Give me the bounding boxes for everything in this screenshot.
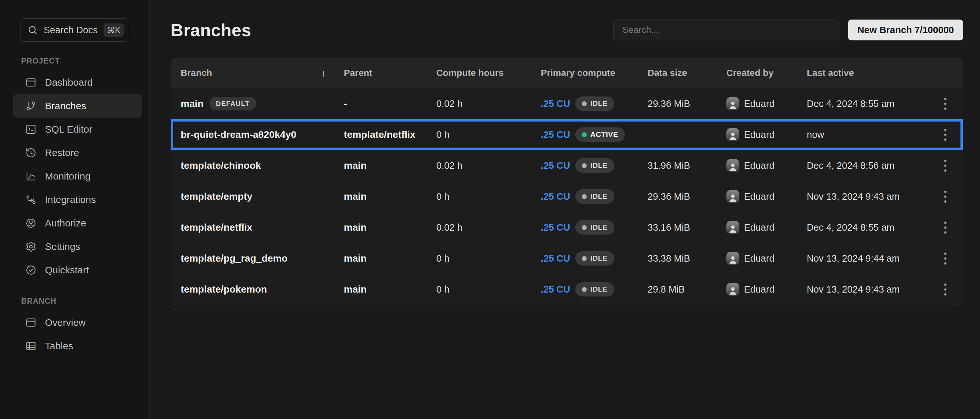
branch-name: template/netflix: [181, 222, 252, 233]
compute-hours: 0 h: [436, 284, 541, 295]
sidebar-item-overview[interactable]: Overview: [13, 311, 142, 334]
row-menu-button[interactable]: [936, 156, 955, 175]
branch-name: br-quiet-dream-a820k4y0: [181, 129, 296, 140]
row-menu-button[interactable]: [936, 94, 955, 113]
column-header-branch[interactable]: Branch ↑: [181, 67, 344, 78]
status-dot: [582, 225, 587, 230]
compute-hours: 0 h: [436, 129, 541, 140]
row-menu-button[interactable]: [936, 187, 955, 206]
sidebar-item-quickstart[interactable]: Quickstart: [13, 258, 142, 282]
created-by-name: Eduard: [744, 284, 775, 295]
compute-hours: 0.02 h: [436, 99, 541, 109]
created-by-name: Eduard: [744, 160, 775, 171]
sidebar-item-authorize[interactable]: Authorize: [13, 212, 142, 235]
status-dot: [582, 101, 587, 106]
compute-hours: 0 h: [436, 253, 541, 264]
row-menu-button[interactable]: [936, 218, 955, 237]
avatar: [726, 221, 740, 234]
table-row[interactable]: br-quiet-dream-a820k4y0 template/netflix…: [171, 119, 963, 150]
data-size: 29.36 MiB: [648, 191, 726, 202]
status-badge: IDLE: [575, 189, 614, 204]
parent-branch: main: [344, 191, 436, 202]
status-dot: [582, 287, 587, 292]
last-active: Dec 4, 2024 8:55 am: [807, 99, 928, 109]
sort-ascending-icon[interactable]: ↑: [321, 67, 326, 78]
column-header-data-size[interactable]: Data size: [648, 68, 726, 78]
status-badge: IDLE: [575, 251, 614, 266]
created-by-name: Eduard: [744, 222, 775, 233]
compute-size-link[interactable]: .25 CU: [541, 191, 570, 202]
sidebar-item-integrations[interactable]: Integrations: [13, 188, 142, 212]
row-menu-button[interactable]: [936, 280, 955, 298]
sidebar: Search Docs ⌘K PROJECT Dashboard Branche…: [0, 0, 150, 419]
table-row[interactable]: template/pokemon main 0 h .25 CU IDLE 29…: [171, 274, 963, 304]
parent-branch: main: [344, 222, 436, 233]
sidebar-item-settings[interactable]: Settings: [13, 235, 142, 258]
nav-section: BRANCH Overview Tables: [13, 297, 142, 358]
sidebar-item-sql-editor[interactable]: SQL Editor: [13, 118, 142, 141]
column-header-created-by[interactable]: Created by: [726, 68, 807, 78]
dashboard-icon: [25, 77, 37, 88]
nav-section-label: BRANCH: [21, 297, 142, 306]
restore-icon: [25, 147, 37, 158]
parent-branch: main: [344, 284, 436, 295]
default-badge: DEFAULT: [209, 97, 256, 110]
table-row[interactable]: template/netflix main 0.02 h .25 CU IDLE…: [171, 212, 963, 243]
compute-size-link[interactable]: .25 CU: [541, 222, 570, 233]
new-branch-button[interactable]: New Branch 7/100000: [848, 19, 963, 40]
compute-size-link[interactable]: .25 CU: [541, 160, 570, 171]
sidebar-item-tables[interactable]: Tables: [13, 334, 142, 358]
sidebar-item-branches[interactable]: Branches: [13, 94, 142, 118]
compute-size-link[interactable]: .25 CU: [541, 284, 570, 295]
data-size: 29.36 MiB: [648, 99, 726, 109]
column-header-last-active[interactable]: Last active: [807, 68, 928, 78]
status-label: IDLE: [590, 223, 608, 232]
status-label: ACTIVE: [590, 130, 618, 139]
created-by-name: Eduard: [744, 253, 775, 264]
status-label: IDLE: [590, 285, 608, 293]
sql-editor-icon: [25, 124, 37, 135]
search-docs-button[interactable]: Search Docs ⌘K: [21, 18, 128, 42]
table-body: main DEFAULT - 0.02 h .25 CU IDLE 29.36 …: [171, 88, 963, 304]
branch-name: main: [181, 98, 204, 109]
page-header: Branches New Branch 7/100000: [170, 19, 963, 40]
data-size: 33.16 MiB: [648, 222, 726, 233]
column-header-compute-hours[interactable]: Compute hours: [436, 68, 541, 78]
branch-name: template/chinook: [181, 160, 261, 171]
sidebar-item-dashboard[interactable]: Dashboard: [13, 71, 142, 94]
sidebar-item-restore[interactable]: Restore: [13, 141, 142, 164]
authorize-icon: [25, 218, 37, 229]
last-active: Nov 13, 2024 9:43 am: [807, 284, 928, 295]
compute-size-link[interactable]: .25 CU: [541, 129, 570, 140]
row-menu-button[interactable]: [936, 249, 955, 268]
data-size: 31.96 MiB: [648, 160, 726, 171]
compute-size-link[interactable]: .25 CU: [541, 99, 570, 109]
monitoring-icon: [25, 171, 37, 182]
compute-hours: 0 h: [436, 191, 541, 202]
column-header-primary-compute[interactable]: Primary compute: [541, 68, 648, 78]
sidebar-nav: PROJECT Dashboard Branches SQL Editor Re…: [13, 57, 142, 358]
compute-hours: 0.02 h: [436, 160, 541, 171]
last-active: Nov 13, 2024 9:43 am: [807, 191, 928, 202]
status-label: IDLE: [590, 192, 608, 201]
status-badge: IDLE: [575, 96, 614, 111]
parent-branch: main: [344, 253, 436, 264]
data-size: 29.8 MiB: [648, 284, 726, 295]
overview-icon: [25, 317, 37, 328]
last-active: Dec 4, 2024 8:56 am: [807, 160, 928, 171]
branch-search-input[interactable]: [613, 19, 840, 40]
settings-icon: [25, 241, 37, 252]
data-size: 33.38 MiB: [648, 253, 726, 264]
last-active: now: [807, 129, 928, 140]
table-row[interactable]: template/chinook main 0.02 h .25 CU IDLE…: [171, 150, 963, 181]
row-menu-button[interactable]: [936, 126, 955, 144]
table-row[interactable]: main DEFAULT - 0.02 h .25 CU IDLE 29.36 …: [171, 88, 963, 119]
sidebar-item-monitoring[interactable]: Monitoring: [13, 164, 142, 188]
column-header-parent[interactable]: Parent: [344, 68, 436, 78]
avatar: [726, 190, 740, 203]
table-row[interactable]: template/empty main 0 h .25 CU IDLE 29.3…: [171, 181, 963, 212]
table-row[interactable]: template/pg_rag_demo main 0 h .25 CU IDL…: [171, 243, 963, 274]
avatar: [726, 283, 740, 296]
compute-size-link[interactable]: .25 CU: [541, 253, 570, 264]
branch-name: template/pokemon: [181, 284, 267, 295]
